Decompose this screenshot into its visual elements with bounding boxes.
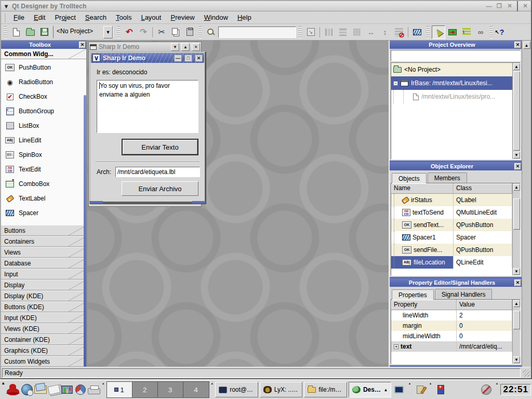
tab-members[interactable]: Members bbox=[428, 172, 467, 183]
toolbox-titlebar[interactable]: Toolbox ✕ bbox=[1, 41, 86, 49]
category-containers[interactable]: Containers bbox=[1, 236, 86, 247]
task-file-manager[interactable]: file:/mnt/extw/ bbox=[304, 382, 347, 397]
adjust-size-button[interactable]: ↘ bbox=[304, 25, 317, 39]
toolbox-close-icon[interactable]: ✕ bbox=[79, 42, 86, 48]
preview-minimize-icon[interactable]: — bbox=[174, 55, 182, 62]
widget-spinbox[interactable]: 89↕SpinBox bbox=[1, 148, 86, 162]
property-row-text[interactable]: +text /mnt/card/etiq... bbox=[391, 341, 512, 352]
combobox-arrow-icon[interactable]: ▼ bbox=[103, 26, 113, 38]
scroll-thumb[interactable] bbox=[513, 71, 520, 151]
redo-button[interactable]: ↷ bbox=[137, 25, 150, 39]
close-button[interactable]: ✕ bbox=[506, 3, 514, 10]
project-filter-input[interactable] bbox=[391, 50, 521, 61]
scroll-thumb[interactable] bbox=[513, 311, 520, 329]
layout-horizontal-button[interactable] bbox=[322, 25, 336, 39]
undo-button[interactable]: ↶ bbox=[123, 25, 136, 39]
menu-file[interactable]: File bbox=[9, 12, 29, 23]
expand-icon[interactable]: + bbox=[394, 344, 398, 349]
task-lyx[interactable]: LyX: .../Linux/ bbox=[260, 382, 303, 397]
toolbar-handle[interactable] bbox=[489, 26, 493, 38]
titlebar[interactable]: ▾ Qt Designer by Trolltech — ❐ ✕ ✕ bbox=[1, 1, 531, 11]
save-button[interactable] bbox=[37, 25, 51, 39]
table-row[interactable]: OKsendFile... QPushButton bbox=[391, 244, 512, 256]
layout-grid-button[interactable] bbox=[350, 25, 364, 39]
copy-button[interactable] bbox=[169, 25, 182, 39]
text-to-send-textarea[interactable]: Yo soy un virus, pro favor enviame a alg… bbox=[97, 80, 198, 133]
scroll-thumb[interactable] bbox=[513, 198, 520, 230]
find-button[interactable] bbox=[204, 25, 218, 39]
tray-klipper-icon[interactable] bbox=[414, 383, 426, 396]
preview-window[interactable]: ∨ Sharp Ir Demo — □ ✕ Ir es: desconocido… bbox=[89, 51, 206, 204]
desktop-1[interactable]: 1 bbox=[107, 382, 132, 397]
column-name[interactable]: Name bbox=[391, 183, 454, 194]
layout-split-horizontal-button[interactable]: ↔ bbox=[364, 25, 378, 39]
widget-spacer[interactable]: Spacer bbox=[1, 206, 86, 220]
menu-help[interactable]: Help bbox=[233, 12, 256, 23]
layout-vertical-button[interactable] bbox=[336, 25, 350, 39]
menu-layout[interactable]: Layout bbox=[136, 12, 166, 23]
category-display[interactable]: Display bbox=[1, 280, 86, 290]
property-row[interactable]: midLineWidth 0 bbox=[391, 331, 512, 341]
new-file-button[interactable] bbox=[9, 25, 23, 39]
edge-close-button[interactable]: ✕ bbox=[521, 3, 529, 10]
restore-button[interactable]: ❐ bbox=[495, 3, 503, 10]
file-location-input[interactable] bbox=[115, 167, 200, 177]
menu-edit[interactable]: Edit bbox=[29, 12, 50, 23]
tree-item-no-project[interactable]: <No Project> bbox=[391, 63, 512, 76]
send-file-button[interactable]: Enviar Archivo bbox=[122, 181, 198, 196]
widget-checkbox[interactable]: ✔CheckBox bbox=[1, 89, 86, 104]
widget-radiobutton[interactable]: ◉RadioButton bbox=[1, 75, 86, 89]
task-designer[interactable]: Designer [2] ▲ bbox=[349, 382, 392, 397]
column-property[interactable]: Property bbox=[391, 300, 457, 310]
pointer-tool-button[interactable] bbox=[432, 25, 445, 39]
scroll-down-icon[interactable]: ▼ bbox=[513, 152, 520, 158]
browser-launcher[interactable] bbox=[21, 381, 32, 398]
taskbar-clock[interactable]: 22:51 bbox=[500, 384, 530, 395]
scroll-down-icon[interactable]: ▼ bbox=[513, 268, 520, 275]
tray-terminal-icon[interactable] bbox=[393, 383, 405, 396]
project-tree-scrollbar[interactable]: ▲ ▼ bbox=[512, 63, 520, 159]
category-database[interactable]: Database bbox=[1, 258, 86, 269]
property-row[interactable]: lineWidth 2 bbox=[391, 310, 512, 321]
resize-grip-right[interactable] bbox=[192, 201, 206, 204]
find-input[interactable] bbox=[218, 26, 296, 38]
widget-textlabel[interactable]: TextLabel bbox=[1, 191, 86, 206]
minimize-button[interactable]: — bbox=[485, 3, 493, 10]
category-buttons[interactable]: Buttons bbox=[1, 225, 86, 236]
tray-volume-muted-icon[interactable] bbox=[480, 383, 493, 396]
applet-handle[interactable]: ▴ bbox=[102, 381, 105, 398]
category-input-kde[interactable]: Input (KDE) bbox=[1, 312, 86, 323]
task-terminal[interactable]: root@handma... bbox=[215, 382, 258, 397]
preview-maximize-icon[interactable]: □ bbox=[184, 55, 192, 62]
property-editor-titlebar[interactable]: Property Editor/Signal Handlers ✕ bbox=[390, 278, 522, 287]
widget-pushbutton[interactable]: OKPushButton bbox=[1, 60, 86, 75]
desktop-2[interactable]: 2 bbox=[132, 382, 158, 397]
category-views[interactable]: Views bbox=[1, 247, 86, 258]
category-input[interactable]: Input bbox=[1, 269, 86, 280]
object-table-scrollbar[interactable]: ▲ ▼ bbox=[512, 183, 520, 275]
preview-window-icon[interactable]: ∨ bbox=[92, 54, 100, 62]
send-text-button[interactable]: Enviar Texto bbox=[122, 139, 198, 155]
toolbar-handle[interactable] bbox=[117, 26, 121, 38]
connect-signals-button[interactable]: ➔ bbox=[446, 25, 459, 39]
project-overview-close-icon[interactable]: ✕ bbox=[514, 42, 521, 48]
menu-tools[interactable]: Tools bbox=[111, 12, 136, 23]
column-class[interactable]: Class bbox=[454, 183, 512, 194]
toolbox-scrollbar[interactable] bbox=[84, 95, 86, 367]
paste-button[interactable] bbox=[183, 25, 196, 39]
disk-usage-launcher[interactable] bbox=[75, 381, 86, 398]
category-display-kde[interactable]: Display (KDE) bbox=[1, 290, 86, 301]
project-overview-titlebar[interactable]: Project Overview ✕ bbox=[390, 41, 522, 49]
category-container-kde[interactable]: Container (KDE) bbox=[1, 334, 86, 345]
widget-listbox[interactable]: ListBox bbox=[1, 118, 86, 133]
project-combobox[interactable]: <No Project> ▼ bbox=[53, 26, 113, 38]
menu-search[interactable]: Search bbox=[81, 12, 111, 23]
k-menu-button[interactable] bbox=[7, 381, 19, 398]
panel-hide-arrow-icon[interactable]: ▲ bbox=[1, 381, 5, 398]
applet-handle[interactable]: ▴ bbox=[428, 381, 432, 398]
menubar-handle[interactable] bbox=[4, 13, 7, 22]
applet-handle[interactable]: ▴ bbox=[211, 381, 214, 398]
category-graphics-kde[interactable]: Graphics (KDE) bbox=[1, 345, 86, 356]
table-row-selected[interactable]: AB|fileLocation QLineEdit bbox=[391, 256, 512, 269]
break-layout-button[interactable] bbox=[392, 25, 406, 39]
